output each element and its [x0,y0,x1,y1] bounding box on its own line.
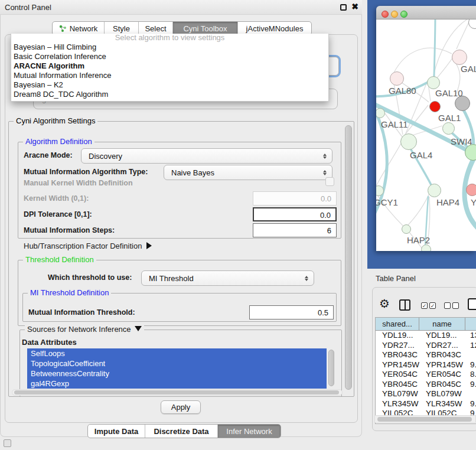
hub-definition-expander[interactable]: Hub/Transcription Factor Definition [24,242,152,250]
sources-group-title[interactable]: Sources for Network Inference [25,325,144,334]
node-label: GAL [461,64,476,74]
mi-threshold-group-title: MI Threshold Definition [28,288,111,297]
expander-down-icon [135,326,142,331]
node-table: shared... name YDL19...YDL19...13 YDR27.… [375,317,476,424]
deselect-all-checkboxes-icon[interactable] [444,302,459,309]
node-label: HAP2 [407,235,430,245]
dropdown-item[interactable]: Bayesian – Hill Climbing [11,43,328,52]
expander-right-icon [146,242,152,249]
combo-stepper-icon [320,154,330,159]
which-threshold-combo[interactable]: MI Threshold [141,270,314,286]
node-label: SWI4 [451,136,472,146]
which-threshold-label: Which threshold to use: [48,273,132,282]
network-node-gal4[interactable] [400,133,417,150]
horizontal-scroll-thumb[interactable] [14,390,339,394]
document-icon[interactable] [468,298,476,310]
network-node-gal10[interactable] [427,76,440,89]
aracne-mode-label: Aracne Mode: [24,151,73,159]
mi-steps-field[interactable]: 6 [253,223,337,237]
manual-kernel-label: Manual Kernel Width Definition [24,179,133,187]
settings-vertical-scrollbar[interactable] [345,125,352,390]
node-label: GAL10 [435,88,463,98]
network-node[interactable] [452,50,467,65]
tab-discretize-data[interactable]: Discretize Data [145,425,218,438]
attribute-item-selected[interactable]: gal4RGexp [27,379,327,389]
attribute-list-scrollbar[interactable] [328,350,334,386]
dropdown-prompt: Select algorithm to view settings [11,34,328,43]
mac-zoom-icon[interactable] [400,11,407,18]
screen: Control Panel ✖ Network Style Select Cyn… [0,0,476,450]
network-node-gal1[interactable] [442,122,455,135]
tab-network-label: Network [70,24,98,33]
aracne-mode-combo[interactable]: Discovery [81,148,332,164]
table-panel-title: Table Panel [376,274,416,283]
node-label: GAL80 [389,86,416,96]
combo-stepper-icon [302,276,311,281]
tab-impute-data[interactable]: Impute Data [88,425,145,438]
network-node[interactable] [421,244,431,251]
select-all-checkboxes-icon[interactable]: ✓✓ [421,302,436,309]
dpi-tolerance-field[interactable]: 0.0 [253,207,337,221]
table-scroll-thumb[interactable] [377,417,472,422]
mac-minimize-icon[interactable] [391,11,398,18]
tab-infer-network[interactable]: Infer Network [218,425,281,438]
mi-threshold-field[interactable]: 0.5 [249,305,334,319]
tab-jactivemnodules[interactable]: jActiveMNodules [238,22,311,35]
table-row[interactable]: YBL079WYBL079W [376,389,476,399]
network-canvas[interactable]: GAL GAL80 GAL10 GAL11 GAL1 GAL4 SWI4 GCY… [376,19,476,251]
control-panel-title: Control Panel [5,3,51,12]
table-row[interactable]: YPR145WYPR145W9. [376,360,476,370]
attribute-item-selected[interactable]: BetweennessCentrality [27,369,327,379]
dropdown-item[interactable]: Basic Correlation Inference [11,52,328,61]
node-label: GCY1 [376,197,398,207]
attribute-item-selected[interactable]: SelfLoops [27,348,327,358]
columns-icon[interactable] [399,299,410,311]
dropdown-item[interactable]: Mutual Information Inference [11,71,328,80]
bottom-tab-bar: Impute Data Discretize Data Infer Networ… [87,424,281,438]
mi-type-combo[interactable]: Naive Bayes [164,165,332,180]
network-node-red[interactable] [429,101,441,112]
table-row[interactable]: YBR045CYBR045C9. [376,380,476,390]
settings-horizontal-scrollbar[interactable] [12,389,343,396]
dropdown-item[interactable]: Dream8 DC_TDC Algorithm [11,90,328,99]
float-window-icon[interactable] [340,4,347,11]
table-body: YDL19...YDL19...13 YDR27...YDR27...12 YB… [376,331,476,416]
manual-kernel-checkbox[interactable] [325,177,334,186]
column-header[interactable]: name [419,318,465,330]
gear-icon[interactable]: ⚙ [379,296,390,311]
table-row[interactable]: YER054CYER054C8. [376,370,476,380]
minimized-panel-icon[interactable] [4,439,11,447]
attribute-item-selected[interactable]: TopologicalCoefficient [27,358,327,369]
network-node-hap4[interactable] [428,184,441,197]
network-node-hap2[interactable] [402,224,411,234]
dpi-tolerance-label: DPI Tolerance [0,1]: [24,210,92,219]
threshold-definition-title: Threshold Definition [23,255,96,264]
data-attributes-list: SelfLoops TopologicalCoefficient Between… [27,348,327,389]
table-row[interactable]: YLR345WYLR345W9. [376,399,476,409]
mi-type-label: Mutual Information Algorithm Type: [24,168,148,176]
table-row[interactable]: YDR27...YDR27...12 [376,341,476,351]
network-node-pink[interactable] [466,184,476,196]
tab-network[interactable]: Network [53,22,105,35]
network-graph-icon [59,25,67,32]
combo-stepper-icon [320,170,330,175]
column-header[interactable]: shared... [376,318,419,330]
mac-close-icon[interactable] [382,11,389,18]
close-icon[interactable]: ✖ [351,2,358,11]
dropdown-item-selected[interactable]: ARACNE Algorithm [11,61,328,71]
control-panel-titlebar: Control Panel ✖ [0,0,362,15]
column-header[interactable] [465,318,476,330]
hub-definition-label: Hub/Transcription Factor Definition [24,242,142,250]
dropdown-item[interactable]: Bayesian – K2 [11,80,328,90]
network-view-window: GAL GAL80 GAL10 GAL11 GAL1 GAL4 SWI4 GCY… [376,6,476,251]
network-window-titlebar[interactable] [376,6,476,19]
network-node-gal80[interactable] [390,71,404,86]
algorithm-dropdown-popup: Select algorithm to view settings Bayesi… [11,34,329,102]
table-horizontal-scrollbar[interactable] [374,415,476,423]
apply-button[interactable]: Apply [161,400,201,414]
cyni-settings-title: Cyni Algorithm Settings [14,116,97,125]
algorithm-definition-title: Algorithm Definition [23,137,94,146]
table-row[interactable]: YBR043CYBR043C [376,350,476,360]
table-row[interactable]: YDL19...YDL19...13 [376,331,476,341]
kernel-width-field[interactable]: 0.0 [253,191,337,206]
